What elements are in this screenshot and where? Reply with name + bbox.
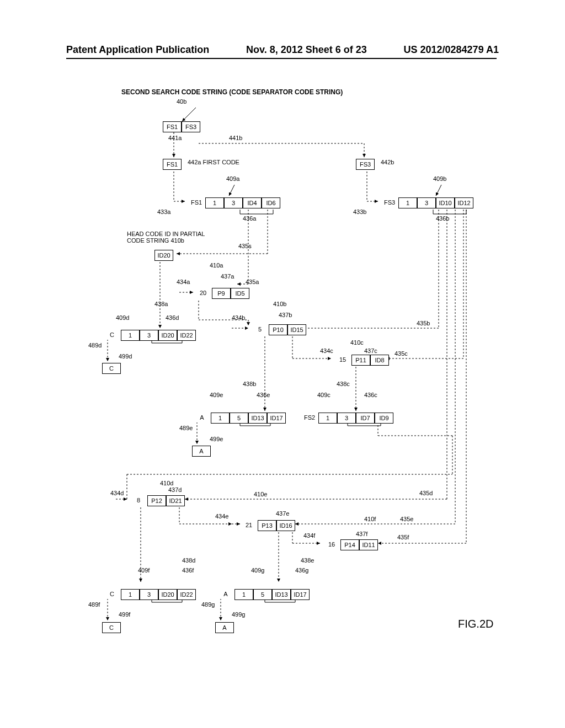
ref-433b: 433b — [353, 208, 366, 215]
cell: 5 — [253, 589, 272, 600]
svg-line-8 — [229, 185, 234, 196]
row-409b: FS3 1 3 ID10 ID12 — [381, 197, 473, 208]
ref-409g: 409g — [251, 567, 264, 574]
ref-434c: 434c — [320, 347, 333, 354]
cell: 1 — [318, 413, 337, 424]
ref-434d: 434d — [110, 490, 124, 496]
cell: 1 — [211, 413, 230, 424]
ref-409f: 409f — [138, 567, 150, 574]
ref-433a: 433a — [157, 208, 170, 215]
ref-409a: 409a — [226, 175, 239, 182]
cell: 15 — [334, 355, 351, 365]
row-442b: FS3 — [356, 159, 375, 170]
cell: ID17 — [291, 589, 310, 600]
cell: ID6 — [262, 197, 280, 208]
row-410a: 20 P9 ID5 — [194, 288, 249, 299]
cell: 20 — [194, 288, 212, 298]
cell: FS2 — [301, 413, 318, 422]
row-499g: A — [215, 622, 234, 633]
cell: A — [215, 622, 234, 633]
row-409f: C 1 3 ID20 ID22 — [103, 589, 196, 600]
cell: 8 — [130, 495, 147, 505]
cell: 1 — [121, 330, 140, 341]
row-499e: A — [192, 446, 211, 457]
ref-437e: 437e — [276, 510, 289, 517]
figure-label: FIG.2D — [458, 618, 519, 684]
ref-435a: 435a — [246, 279, 259, 285]
cell: ID4 — [243, 197, 262, 208]
cell: 5 — [230, 413, 248, 424]
ref-442a: 442a FIRST CODE — [188, 159, 239, 165]
ref-435s: 435s — [238, 243, 252, 249]
cell: ID22 — [177, 330, 196, 341]
cell: 3 — [140, 589, 158, 600]
row-410f: 16 P14 ID11 — [323, 539, 378, 550]
ref-409d: 409d — [116, 314, 129, 321]
ref-499f: 499f — [119, 611, 130, 618]
head-code-label: HEAD CODE ID IN PARTIAL CODE STRING 410b — [127, 231, 215, 244]
ref-438d: 438d — [182, 557, 195, 564]
ref-489e: 489e — [179, 425, 193, 431]
row-id20: ID20 — [154, 250, 173, 261]
ref-489g: 489g — [201, 601, 215, 608]
ref-436g: 436g — [295, 567, 308, 574]
cell: A — [217, 589, 234, 599]
row-499f: C — [102, 622, 121, 633]
cell: ID21 — [166, 495, 185, 506]
cell: ID11 — [359, 539, 378, 550]
cell: P9 — [212, 288, 231, 299]
cell: FS3 — [381, 197, 398, 207]
ref-434e: 434e — [215, 513, 228, 520]
ref-435c: 435c — [395, 350, 408, 357]
row-410c: 15 P11 ID8 — [334, 355, 389, 366]
cell: 1 — [234, 589, 253, 600]
ref-436e: 436e — [257, 392, 270, 398]
ref-437d: 437d — [168, 486, 182, 493]
cell: ID8 — [370, 355, 389, 366]
cell: ID12 — [455, 197, 473, 208]
cell: 3 — [140, 330, 158, 341]
diagram-area: SECOND SEARCH CODE STRING (CODE SEPARATO… — [55, 83, 524, 689]
cell: A — [193, 413, 211, 422]
cell: P13 — [258, 520, 276, 531]
cell: P14 — [340, 539, 359, 550]
cell: C — [102, 622, 121, 633]
cell: ID7 — [356, 413, 375, 424]
cell: 3 — [224, 197, 243, 208]
cell: FS3 — [182, 121, 200, 132]
cell: 1 — [121, 589, 140, 600]
ref-409c: 409c — [317, 392, 331, 398]
ref-410c: 410c — [350, 339, 364, 346]
header-left: Patent Application Publication — [66, 44, 209, 56]
ref-436c: 436c — [364, 392, 377, 398]
cell: 3 — [417, 197, 436, 208]
ref-436b: 436b — [436, 215, 449, 222]
ref-435b: 435b — [417, 320, 430, 326]
cell: ID13 — [248, 413, 267, 424]
diagram-title: SECOND SEARCH CODE STRING (CODE SEPARATO… — [121, 88, 343, 96]
header-right: US 2012/0284279 A1 — [404, 44, 499, 56]
cell: C — [102, 363, 121, 374]
row-409g: A 1 5 ID13 ID17 — [217, 589, 310, 600]
row-410e: 21 P13 ID16 — [240, 520, 295, 531]
cell: 16 — [323, 539, 340, 549]
ref-438b: 438b — [243, 381, 256, 387]
row-410d: 8 P12 ID21 — [130, 495, 185, 506]
ref-438a: 438a — [154, 301, 168, 307]
cell: 3 — [337, 413, 356, 424]
ref-441a: 441a — [168, 135, 182, 141]
ref-409b: 409b — [433, 175, 446, 182]
cell: C — [103, 330, 121, 340]
ref-499e: 499e — [210, 436, 223, 442]
ref-438c: 438c — [337, 381, 350, 387]
ref-442b: 442b — [381, 159, 394, 165]
svg-line-0 — [182, 108, 196, 121]
cell: 1 — [205, 197, 224, 208]
cell: P10 — [269, 324, 287, 335]
cell: FS1 — [188, 197, 205, 207]
ref-410f: 410f — [364, 516, 376, 522]
cell: ID5 — [231, 288, 249, 299]
cell: ID20 — [158, 330, 177, 341]
header-center: Nov. 8, 2012 Sheet 6 of 23 — [246, 44, 367, 56]
ref-438e: 438e — [301, 557, 314, 564]
